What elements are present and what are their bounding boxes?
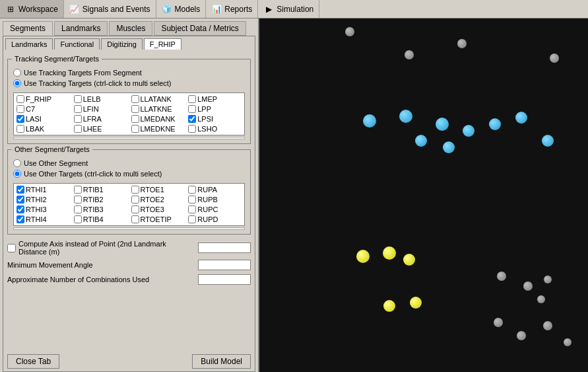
other-label-rtib3: RTIB3	[83, 205, 104, 213]
tab-segments[interactable]: Segments	[3, 21, 53, 36]
tracking-checkbox-lmedkne[interactable]	[131, 125, 139, 133]
radio-other-segment-label: Use Other Segment	[24, 159, 88, 167]
menu-signals-events[interactable]: 📈 Signals and Events	[64, 0, 156, 18]
other-label-rthi4: RTHI4	[26, 215, 47, 223]
tracking-checkbox-lpp[interactable]	[188, 105, 196, 113]
tracking-label-lhee: LHEE	[83, 125, 102, 133]
tab-content-area: Landmarks Functional Digitizing F_RHIP T…	[3, 36, 255, 372]
tracking-checkbox-lmep[interactable]	[188, 95, 196, 103]
tracking-item-lelb: LELB	[73, 94, 129, 104]
radio-use-targets[interactable]	[13, 79, 21, 87]
3d-view	[259, 19, 588, 372]
other-checkbox-rtib4[interactable]	[74, 215, 82, 223]
approx-combinations-value[interactable]: 100000	[198, 274, 251, 285]
tracking-scroll-area[interactable]: F_RHIPLELBLLATANKLMEPC7LFINLLATKNELPPLAS…	[13, 90, 245, 135]
other-checkbox-rtib3[interactable]	[74, 205, 82, 213]
other-checkbox-rtoe2[interactable]	[131, 196, 139, 204]
other-checkbox-rtoetip[interactable]	[131, 215, 139, 223]
other-scroll-area[interactable]: RTHI1RTIB1RTOE1RUPARTHI2RTIB2RTOE2RUPBRT…	[13, 180, 245, 226]
other-checkbox-rupd[interactable]	[188, 215, 196, 223]
compute-axis-checkbox[interactable]	[7, 244, 16, 252]
inner-tab-functional[interactable]: Functional	[54, 38, 100, 50]
tracking-item-lfin: LFIN	[73, 104, 129, 114]
tracking-checkbox-lasi[interactable]	[16, 115, 24, 123]
tracking-group: Tracking Segment/Targets Use Tracking Ta…	[7, 59, 251, 144]
other-checkbox-rtoe3[interactable]	[131, 205, 139, 213]
other-checkbox-rupc[interactable]	[188, 205, 196, 213]
tracking-label-lelb: LELB	[83, 95, 101, 103]
inner-tab-digitizing[interactable]: Digitizing	[101, 38, 143, 50]
tracking-item-lasi: LASI	[15, 114, 71, 124]
panel-content: Tracking Segment/Targets Use Tracking Ta…	[3, 50, 255, 352]
menu-workspace[interactable]: ⊞ Workspace	[0, 0, 64, 18]
tracking-checkbox-c7[interactable]	[16, 105, 24, 113]
menu-reports[interactable]: 📊 Reports	[206, 0, 258, 18]
tracking-label-lasi: LASI	[26, 115, 42, 123]
compute-axis-value[interactable]: 0.100000	[198, 242, 251, 253]
tracking-label-lbak: LBAK	[26, 125, 44, 133]
dot-16	[383, 300, 395, 312]
other-label-rupc: RUPC	[197, 205, 218, 213]
outer-tab-bar: Segments Landmarks Muscles Subject Data …	[0, 19, 258, 36]
other-item-rthi4: RTHI4	[15, 215, 71, 224]
menubar: ⊞ Workspace 📈 Signals and Events 🧊 Model…	[0, 0, 588, 19]
tab-subject-data[interactable]: Subject Data / Metrics	[154, 21, 245, 36]
radio-other-targets[interactable]	[13, 170, 21, 178]
tracking-checkbox-lhee[interactable]	[74, 125, 82, 133]
tracking-checkbox-llatank[interactable]	[131, 95, 139, 103]
tracking-checkbox-lfin[interactable]	[74, 105, 82, 113]
radio-from-segment[interactable]	[13, 69, 21, 77]
menu-simulation[interactable]: ▶ Simulation	[258, 0, 319, 18]
tracking-checkbox-lelb[interactable]	[74, 95, 82, 103]
tracking-item-lmedank: LMEDANK	[130, 114, 186, 124]
build-model-button[interactable]: Build Model	[192, 354, 251, 369]
dot-5	[436, 118, 449, 131]
tracking-checkbox-llatkne[interactable]	[131, 105, 139, 113]
other-checkbox-rthi2[interactable]	[16, 196, 24, 204]
tab-muscles[interactable]: Muscles	[109, 21, 152, 36]
tracking-group-title: Tracking Segment/Targets	[12, 55, 102, 63]
tracking-checkbox-f_rhip[interactable]	[16, 95, 24, 103]
other-checkbox-rthi3[interactable]	[16, 205, 24, 213]
other-checkbox-rtib1[interactable]	[74, 186, 82, 194]
tracking-checkbox-lsho[interactable]	[188, 125, 196, 133]
other-label-rthi1: RTHI1	[26, 186, 47, 194]
close-tab-button[interactable]: Close Tab	[7, 354, 59, 369]
tracking-item-lsho: LSHO	[187, 124, 243, 133]
other-scrollbar[interactable]	[13, 227, 245, 230]
other-checkbox-rupa[interactable]	[188, 186, 196, 194]
radio-other-segment[interactable]	[13, 159, 21, 167]
tracking-item-c7: C7	[15, 104, 71, 114]
tracking-label-lfra: LFRA	[83, 115, 102, 123]
other-checkbox-rthi4[interactable]	[16, 215, 24, 223]
inner-tab-landmarks[interactable]: Landmarks	[5, 38, 53, 50]
inner-tab-f-rhip[interactable]: F_RHIP	[144, 38, 181, 50]
tracking-label-lmep: LMEP	[197, 95, 217, 103]
reports-icon: 📊	[211, 4, 222, 15]
tracking-checkbox-lmedank[interactable]	[131, 115, 139, 123]
tracking-scrollbar[interactable]	[13, 137, 245, 139]
other-checkbox-rtib2[interactable]	[74, 196, 82, 204]
other-checkbox-rupb[interactable]	[188, 196, 196, 204]
dot-1	[405, 50, 414, 59]
radio-other-targets-label: Use Other Targets (ctrl-click to multi s…	[24, 170, 162, 178]
tracking-checkbox-lpsi[interactable]	[188, 115, 196, 123]
tracking-item-llatkne: LLATKNE	[130, 104, 186, 114]
tracking-item-f_rhip: F_RHIP	[15, 94, 71, 104]
tracking-checkbox-lbak[interactable]	[16, 125, 24, 133]
other-checkbox-rthi1[interactable]	[16, 186, 24, 194]
radio-other-segment-row: Use Other Segment	[13, 159, 245, 167]
dot-24	[543, 321, 552, 330]
tracking-item-lfra: LFRA	[73, 114, 129, 124]
dot-12	[550, 54, 559, 63]
min-movement-value[interactable]: 2.000000	[198, 260, 251, 270]
menu-models-label: Models	[175, 5, 201, 14]
tab-landmarks[interactable]: Landmarks	[54, 21, 108, 36]
tracking-label-llatank: LLATANK	[141, 95, 172, 103]
menu-models[interactable]: 🧊 Models	[156, 0, 207, 18]
other-label-rtib1: RTIB1	[83, 186, 104, 194]
other-label-rtoe2: RTOE2	[141, 196, 164, 204]
other-checkbox-rtoe1[interactable]	[131, 186, 139, 194]
tracking-checkbox-lfra[interactable]	[74, 115, 82, 123]
dot-11	[542, 135, 554, 147]
